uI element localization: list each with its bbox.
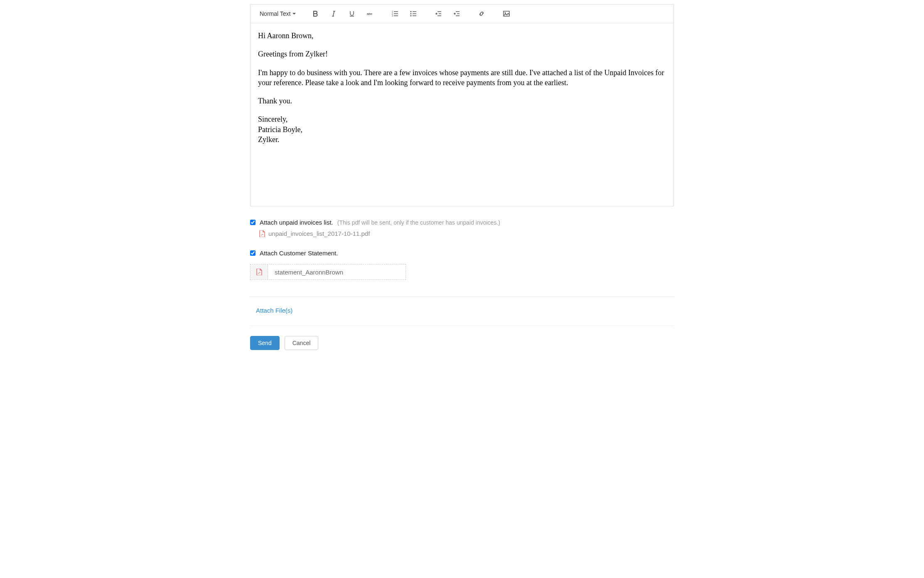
attach-unpaid-invoices-row: Attach unpaid invoices list. (This pdf w… [250,219,674,226]
underline-icon [349,10,355,17]
link-icon [478,10,485,17]
attach-files-link[interactable]: Attach File(s) [256,307,674,314]
outdent-button[interactable] [431,8,446,20]
svg-text:3: 3 [392,15,393,17]
image-button[interactable] [499,8,514,20]
body-line: Zylker. [258,135,666,144]
cancel-button[interactable]: Cancel [285,336,319,350]
text-style-dropdown[interactable]: Normal Text [256,9,300,19]
unpaid-pdf-link[interactable]: unpaid_invoices_list_2017-10-11.pdf [259,230,674,237]
unordered-list-button[interactable] [406,8,421,20]
email-editor: Normal Text abc 1 2 [250,4,674,206]
statement-attachment-box[interactable]: statement_AaronnBrown [250,264,406,280]
attach-statement-label: Attach Customer Statement. [260,250,338,257]
chevron-down-icon [292,12,296,16]
svg-point-11 [410,11,412,12]
ordered-list-button[interactable]: 1 2 3 [388,8,403,20]
bold-button[interactable] [308,8,323,20]
action-buttons: Send Cancel [250,336,674,350]
strikethrough-icon: abc [367,10,374,17]
attach-unpaid-checkbox[interactable] [250,220,256,225]
unordered-list-icon [410,10,417,17]
attach-statement-row: Attach Customer Statement. [250,250,674,257]
body-line: Thank you. [258,96,666,106]
ordered-list-icon: 1 2 3 [392,10,398,17]
divider [250,296,674,297]
bold-icon [312,10,319,17]
pdf-file-icon [256,269,262,275]
indent-button[interactable] [449,8,464,20]
svg-line-2 [333,11,334,16]
underline-button[interactable] [344,8,359,20]
unpaid-pdf-filename: unpaid_invoices_list_2017-10-11.pdf [268,230,370,237]
divider [250,326,674,326]
outdent-icon [435,10,442,17]
indent-icon [453,10,460,17]
italic-button[interactable] [326,8,341,20]
attach-unpaid-label: Attach unpaid invoices list. [260,219,333,226]
svg-point-13 [410,15,412,17]
body-line: Patricia Boyle, [258,125,666,135]
text-style-label: Normal Text [260,10,290,17]
body-line: Hi Aaronn Brown, [258,31,666,41]
attach-unpaid-hint: (This pdf will be sent, only if the cust… [337,219,500,226]
statement-filename: statement_AaronnBrown [268,269,405,276]
email-body[interactable]: Hi Aaronn Brown, Greetings from Zylker! … [251,23,673,206]
body-line: Greetings from Zylker! [258,49,666,59]
send-button[interactable]: Send [250,336,280,350]
strikethrough-button[interactable]: abc [363,8,378,20]
pdf-file-icon [259,230,265,237]
svg-text:abc: abc [367,12,372,16]
body-line: I'm happy to do business with you. There… [258,68,666,88]
attach-statement-checkbox[interactable] [250,250,256,256]
editor-toolbar: Normal Text abc 1 2 [251,5,673,23]
body-line: Sincerely, [258,114,666,124]
image-icon [503,10,510,17]
statement-icon-wrap [251,265,268,279]
link-button[interactable] [474,8,489,20]
svg-point-12 [410,13,412,15]
italic-icon [330,10,337,17]
